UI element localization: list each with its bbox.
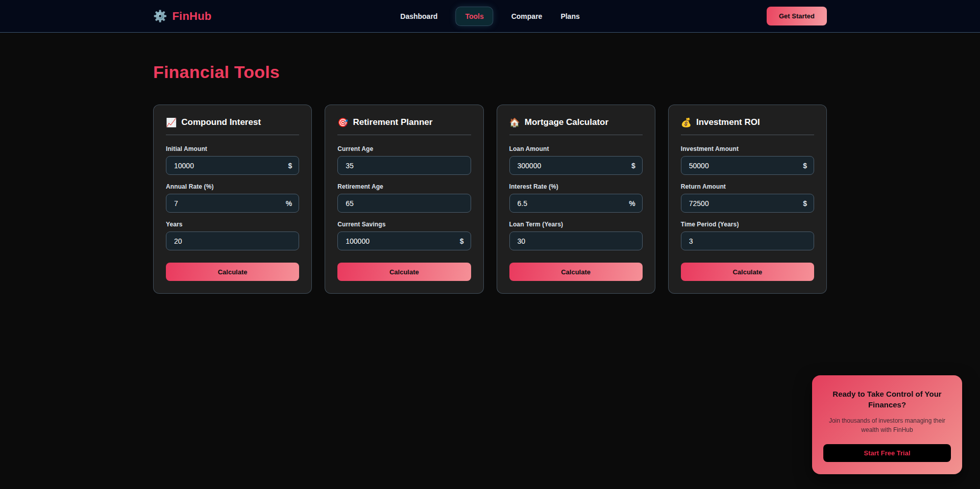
form-field: Interest Rate (%) % — [509, 183, 643, 213]
current-age-input[interactable] — [345, 161, 463, 170]
form-field: Loan Term (Years) — [509, 221, 643, 250]
form-field: Time Period (Years) — [681, 221, 814, 250]
cta-card: Ready to Take Control of Your Finances? … — [812, 375, 962, 475]
form-field: Years — [166, 221, 299, 250]
nav-item-compare[interactable]: Compare — [511, 12, 543, 20]
initial-amount-input[interactable] — [173, 161, 288, 170]
input-container: $ — [509, 156, 643, 175]
brand-name: FinHub — [172, 10, 211, 23]
card-title: 🏠 Mortgage Calculator — [509, 117, 643, 135]
retirement-planner-card: 🎯 Retirement Planner Current Age Retirem… — [325, 105, 483, 294]
gear-icon: ⚙️ — [153, 11, 167, 22]
return-amount-input[interactable] — [688, 199, 803, 208]
cta-subtitle: Join thousands of investors managing the… — [823, 416, 951, 434]
interest-rate-input[interactable] — [517, 199, 629, 208]
form-field: Annual Rate (%) % — [166, 183, 299, 213]
brand[interactable]: ⚙️ FinHub — [153, 10, 211, 23]
card-title-label: Compound Interest — [181, 117, 261, 127]
field-label: Initial Amount — [166, 145, 299, 152]
current-savings-input[interactable] — [345, 237, 459, 246]
page-title: Financial Tools — [153, 62, 827, 82]
calculate-button[interactable]: Calculate — [337, 263, 471, 281]
field-label: Investment Amount — [681, 145, 814, 152]
input-container: $ — [681, 194, 814, 213]
calculator-grid: 📈 Compound Interest Initial Amount $ Ann… — [153, 105, 827, 294]
form-field: Retirement Age — [337, 183, 471, 213]
time-period-input[interactable] — [688, 237, 807, 246]
field-label: Loan Term (Years) — [509, 221, 643, 228]
form-field: Investment Amount $ — [681, 145, 814, 175]
nav-item-dashboard[interactable]: Dashboard — [400, 12, 437, 20]
calculate-button[interactable]: Calculate — [509, 263, 643, 281]
form-field: Loan Amount $ — [509, 145, 643, 175]
investment-roi-card: 💰 Investment ROI Investment Amount $ Ret… — [668, 105, 827, 294]
form-field: Current Savings $ — [337, 221, 471, 250]
retirement-age-input[interactable] — [345, 199, 463, 208]
field-label: Return Amount — [681, 183, 814, 190]
loan-amount-input[interactable] — [517, 161, 631, 170]
input-container — [509, 231, 643, 250]
annual-rate-input[interactable] — [173, 199, 286, 208]
field-label: Years — [166, 221, 299, 228]
dollar-suffix: $ — [803, 162, 807, 170]
input-container — [166, 231, 299, 250]
nav-item-plans[interactable]: Plans — [560, 12, 579, 20]
input-container — [681, 231, 814, 250]
main-nav: Dashboard Tools Compare Plans — [400, 7, 579, 25]
field-label: Loan Amount — [509, 145, 643, 152]
field-label: Current Savings — [337, 221, 471, 228]
cta-title: Ready to Take Control of Your Finances? — [823, 389, 951, 411]
calculate-button[interactable]: Calculate — [681, 263, 814, 281]
input-container — [337, 194, 471, 213]
form-field: Return Amount $ — [681, 183, 814, 213]
get-started-button[interactable]: Get Started — [767, 7, 827, 25]
card-title-label: Retirement Planner — [353, 117, 432, 127]
form-field: Current Age — [337, 145, 471, 175]
main-content: Financial Tools 📈 Compound Interest Init… — [153, 33, 827, 294]
card-title-label: Mortgage Calculator — [525, 117, 608, 127]
percent-suffix: % — [629, 199, 635, 208]
dollar-suffix: $ — [460, 237, 464, 245]
investment-amount-input[interactable] — [688, 161, 803, 170]
dollar-suffix: $ — [288, 162, 292, 170]
input-container: % — [509, 194, 643, 213]
years-input[interactable] — [173, 237, 292, 246]
dollar-suffix: $ — [803, 199, 807, 208]
card-title: 💰 Investment ROI — [681, 117, 814, 135]
compound-interest-card: 📈 Compound Interest Initial Amount $ Ann… — [153, 105, 312, 294]
mortgage-calculator-card: 🏠 Mortgage Calculator Loan Amount $ Inte… — [497, 105, 655, 294]
money-bag-icon: 💰 — [681, 118, 692, 127]
loan-term-input[interactable] — [517, 237, 635, 246]
target-icon: 🎯 — [337, 118, 348, 127]
field-label: Time Period (Years) — [681, 221, 814, 228]
input-container: % — [166, 194, 299, 213]
field-label: Retirement Age — [337, 183, 471, 190]
input-container: $ — [337, 231, 471, 250]
form-field: Initial Amount $ — [166, 145, 299, 175]
card-title-label: Investment ROI — [696, 117, 760, 127]
input-container: $ — [166, 156, 299, 175]
field-label: Interest Rate (%) — [509, 183, 643, 190]
field-label: Current Age — [337, 145, 471, 152]
input-container — [337, 156, 471, 175]
top-navbar: ⚙️ FinHub Dashboard Tools Compare Plans … — [0, 0, 980, 33]
chart-increasing-icon: 📈 — [166, 118, 177, 127]
input-container: $ — [681, 156, 814, 175]
field-label: Annual Rate (%) — [166, 183, 299, 190]
house-icon: 🏠 — [509, 118, 520, 127]
dollar-suffix: $ — [631, 162, 635, 170]
percent-suffix: % — [286, 199, 292, 208]
calculate-button[interactable]: Calculate — [166, 263, 299, 281]
start-free-trial-button[interactable]: Start Free Trial — [823, 444, 951, 462]
card-title: 📈 Compound Interest — [166, 117, 299, 135]
card-title: 🎯 Retirement Planner — [337, 117, 471, 135]
nav-item-tools[interactable]: Tools — [456, 7, 493, 25]
